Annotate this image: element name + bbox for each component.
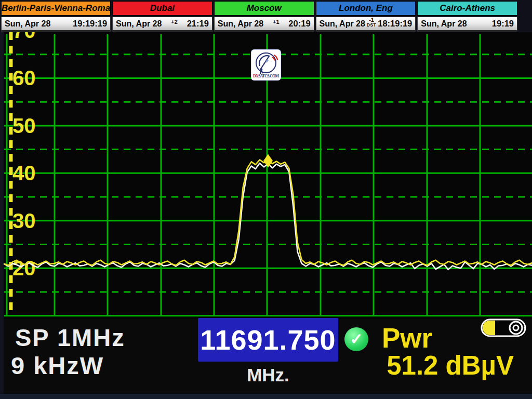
clock-panel-cairo: Cairo-Athens Sun, Apr 28 19:19 [417, 1, 517, 32]
bottom-edge-strip [0, 394, 532, 399]
y-axis-tick-label: 30 [12, 209, 36, 232]
clock-date: Sun, Apr 28 [218, 19, 263, 29]
clock-panel-dubai: Dubai Sun, Apr 28 +2 21:19 [112, 1, 212, 32]
city-label: Cairo-Athens [417, 1, 517, 16]
clock-panel-berlin: Berlin-Paris-Vienna-Roma Sun, Apr 28 19:… [1, 1, 111, 32]
span-setting-label: SP 1MHz [15, 323, 125, 352]
power-toggle[interactable] [480, 317, 527, 339]
city-label: Dubai [112, 1, 212, 16]
y-axis-tick-label: 50 [12, 114, 36, 137]
clock-date: Sun, Apr 28 [116, 19, 162, 29]
clock-time-cell: Sun, Apr 28 19:19 [417, 17, 517, 32]
clock-time: 21:19 [187, 19, 209, 29]
lock-ok-icon: ✓ [344, 327, 368, 351]
clock-panel-london: London, Eng Sun, Apr 28 -1 DST 18:19:19 [316, 1, 416, 32]
live-trace [0, 163, 532, 270]
logo-text-rest: SATCS.COM [258, 74, 280, 78]
max-hold-trace [0, 160, 532, 265]
satellite-dish-icon: DXSATCS.COM [251, 50, 281, 80]
clock-time-cell: Sun, Apr 28 19:19:19 [1, 17, 111, 32]
frequency-value: 11691.750 [200, 324, 336, 356]
frequency-display[interactable]: 11691.750 [198, 318, 338, 362]
y-axis-tick-label: 40 [12, 162, 36, 184]
bandwidth-setting-label: 9 kHzW [11, 351, 104, 380]
city-label: Berlin-Paris-Vienna-Roma [1, 1, 111, 16]
frequency-unit-label: MHz. [198, 365, 338, 385]
power-value: 51.2 dBµV [358, 350, 514, 381]
clock-time: 18:19:19 [378, 19, 412, 29]
clock-time: 19:19 [492, 19, 514, 29]
city-label: London, Eng [316, 1, 416, 16]
clock-time-cell: Sun, Apr 28 +2 21:19 [112, 17, 212, 32]
spectrum-plot: 706050403020 DXSATCS.COM [0, 32, 532, 319]
city-label: Moscow [214, 1, 314, 16]
y-axis-tick-label: 60 [12, 66, 36, 89]
clock-time: 20:19 [288, 19, 310, 29]
status-bar: SP 1MHz 9 kHzW 11691.750 MHz. ✓ Pwr 51.2… [4, 319, 532, 394]
left-margin-strip [0, 32, 4, 393]
dxsatcs-logo: DXSATCS.COM [251, 50, 281, 80]
power-label: Pwr [382, 322, 432, 354]
timezone-offset: +1 [271, 19, 281, 25]
svg-text:DXSATCS.COM: DXSATCS.COM [253, 74, 279, 78]
clock-time-cell: Sun, Apr 28 +1 20:19 [214, 17, 314, 32]
timezone-offset-dst: -1 DST [366, 17, 377, 28]
y-axis-tick-label: 70 [12, 32, 36, 42]
timezone-offset: +2 [169, 19, 180, 25]
clock-date: Sun, Apr 28 [5, 19, 50, 29]
clock-time: 19:19:19 [73, 19, 107, 29]
clock-time-cell: Sun, Apr 28 -1 DST 18:19:19 [316, 17, 416, 32]
analyzer-screen: Berlin-Paris-Vienna-Roma Sun, Apr 28 19:… [0, 0, 532, 399]
clock-date: Sun, Apr 28 [421, 19, 467, 29]
clock-panel-moscow: Moscow Sun, Apr 28 +1 20:19 [214, 1, 314, 32]
clock-date: Sun, Apr 28 [320, 19, 365, 29]
world-clock-bar: Berlin-Paris-Vienna-Roma Sun, Apr 28 19:… [1, 1, 517, 32]
